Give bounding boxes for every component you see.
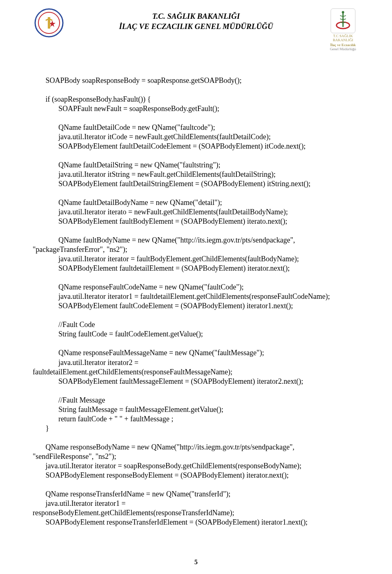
- logo-right: T.C SAĞLIK BAKANLIĞI İlaç ve Eczacılık G…: [327, 8, 359, 51]
- logo-left: [33, 8, 65, 38]
- header-title-line1: T.C. SAĞLIK BAKANLIĞI: [65, 11, 327, 22]
- logo-right-caption3: Genel Müdürlüğü: [330, 47, 356, 51]
- pharmacy-emblem-icon: [330, 8, 356, 33]
- ministry-seal-icon: [34, 8, 64, 38]
- header-title: T.C. SAĞLIK BAKANLIĞI İLAÇ VE ECZACILIK …: [65, 8, 327, 31]
- header-title-line2: İLAÇ VE ECZACILIK GENEL MÜDÜRLÜĞÜ: [65, 22, 327, 32]
- code-block: SOAPBody soapResponseBody = soapResponse…: [33, 76, 359, 527]
- logo-right-caption1: T.C SAĞLIK BAKANLIĞI: [327, 34, 359, 42]
- page-number: 5: [0, 558, 392, 566]
- page-header: T.C. SAĞLIK BAKANLIĞI İLAÇ VE ECZACILIK …: [33, 8, 359, 51]
- document-page: T.C. SAĞLIK BAKANLIĞI İLAÇ VE ECZACILIK …: [0, 0, 392, 574]
- svg-point-6: [342, 11, 344, 13]
